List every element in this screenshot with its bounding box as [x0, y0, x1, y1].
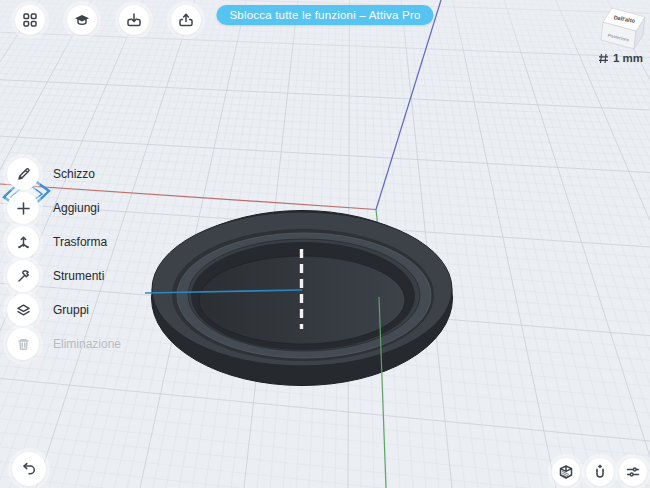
sidebar-item-label: Strumenti: [53, 269, 104, 283]
display-box-icon: [558, 464, 574, 480]
import-button[interactable]: [119, 5, 149, 35]
sliders-icon: [625, 464, 641, 480]
hammer-icon: [15, 268, 32, 285]
y-axis-stub: [376, 210, 378, 224]
sidebar-item-label: Aggiungi: [53, 201, 100, 215]
undo-icon: [20, 460, 38, 478]
sidebar-item-label: Trasforma: [53, 235, 107, 249]
undo-button[interactable]: [12, 452, 46, 486]
sidebar-item-label: Eliminazione: [53, 337, 121, 351]
sidebar-item-delete: Eliminazione: [7, 327, 121, 361]
sidebar-item-transform[interactable]: Trasforma: [7, 225, 121, 259]
sidebar-item-tools[interactable]: Strumenti: [7, 259, 121, 293]
snap-button[interactable]: [586, 458, 614, 486]
display-settings-button[interactable]: [552, 458, 580, 486]
sidebar-item-groups[interactable]: Gruppi: [7, 293, 121, 327]
learn-cap-icon: [73, 11, 91, 29]
tool-sidebar: Schizzo Aggiungi Trasforma Strumenti Gru…: [7, 157, 121, 361]
learn-button[interactable]: [67, 5, 97, 35]
upgrade-banner[interactable]: Sblocca tutte le funzioni – Attiva Pro: [216, 5, 433, 25]
import-icon: [125, 11, 143, 29]
z-axis: [376, 0, 441, 210]
view-cube[interactable]: Dall'alto Posteriore: [592, 2, 650, 54]
magnet-icon: [592, 464, 608, 480]
sidebar-item-label: Gruppi: [53, 303, 89, 317]
pencil-icon: [15, 166, 32, 183]
export-button[interactable]: [171, 5, 201, 35]
grid-icon: [598, 53, 609, 64]
trash-icon: [15, 336, 32, 353]
grid-size-value: 1 mm: [613, 52, 643, 64]
transform-icon: [15, 234, 32, 251]
sidebar-item-label: Schizzo: [53, 167, 95, 181]
sidebar-item-add[interactable]: Aggiungi: [7, 191, 121, 225]
projects-button[interactable]: [15, 5, 45, 35]
sidebar-item-sketch[interactable]: Schizzo: [7, 157, 121, 191]
projects-grid-icon: [21, 11, 39, 29]
export-icon: [177, 11, 195, 29]
layers-icon: [15, 302, 32, 319]
items-panel-button[interactable]: [619, 458, 647, 486]
plus-icon: [15, 200, 32, 217]
grid-size-indicator: 1 mm: [598, 52, 643, 64]
